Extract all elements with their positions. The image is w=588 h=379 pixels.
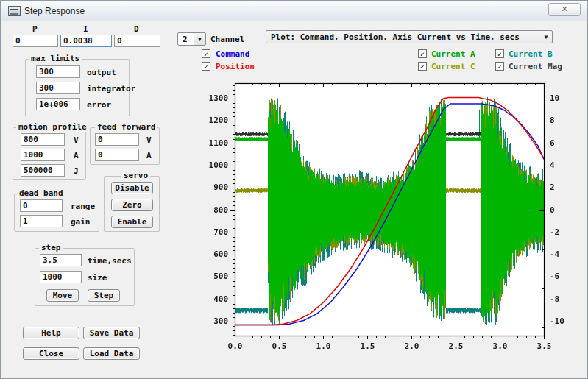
- current-mag-checkbox-label: Current Mag: [509, 62, 562, 71]
- window-title: Step Response: [24, 6, 85, 16]
- current-mag-checkbox[interactable]: ✓: [495, 62, 504, 71]
- velocity-field[interactable]: [21, 133, 65, 146]
- check-icon: ✓: [497, 50, 502, 58]
- error-limit-field[interactable]: [36, 98, 80, 110]
- i-label: I: [83, 24, 88, 34]
- current-b-checkbox-label: Current B: [509, 49, 553, 59]
- plot-type-value: Plot: Command, Position, Axis Current vs…: [271, 32, 520, 42]
- move-button[interactable]: Move: [46, 289, 79, 302]
- channel-label: Channel: [210, 35, 244, 44]
- current-c-checkbox[interactable]: ✓: [418, 62, 427, 71]
- step-button[interactable]: Step: [88, 289, 120, 302]
- servo-enable-button[interactable]: Enable: [111, 216, 153, 228]
- range-label: range: [71, 202, 95, 211]
- current-c-checkbox-label: Current C: [431, 62, 475, 71]
- d-field[interactable]: [114, 35, 160, 47]
- check-icon: ✓: [497, 63, 502, 71]
- check-icon: ✓: [204, 63, 208, 71]
- p-label: P: [32, 24, 38, 34]
- servo-title: servo: [121, 171, 150, 180]
- ff-accel-label: A: [146, 151, 152, 160]
- ff-accel-field[interactable]: [95, 149, 139, 161]
- output-limit-label: output: [87, 68, 116, 77]
- step-title: step: [39, 243, 63, 252]
- accel-field[interactable]: [21, 149, 65, 161]
- channel-value: 2: [183, 35, 188, 44]
- current-a-checkbox[interactable]: ✓: [418, 49, 427, 58]
- max-limits-title: max limits: [29, 54, 82, 63]
- p-field[interactable]: [13, 35, 58, 47]
- motion-profile-title: motion profile: [16, 122, 89, 132]
- chevron-down-icon: ▼: [198, 36, 202, 43]
- chevron-down-icon: ▼: [545, 34, 548, 40]
- step-response-chart: [207, 74, 575, 358]
- plot-type-select[interactable]: Plot: Command, Position, Axis Current vs…: [266, 30, 553, 43]
- close-dialog-button[interactable]: Close: [23, 347, 79, 360]
- step-response-window: Step Response ✕ P I D 2 ▼ Channel Plot: …: [0, 0, 588, 379]
- close-button[interactable]: ✕: [548, 3, 581, 16]
- integrator-limit-field[interactable]: [36, 82, 80, 94]
- gain-field[interactable]: [20, 215, 63, 227]
- accel-label: A: [74, 151, 79, 160]
- check-icon: ✓: [420, 63, 425, 71]
- command-checkbox-label: Command: [216, 49, 249, 59]
- error-limit-label: error: [87, 100, 111, 110]
- gain-label: gain: [71, 217, 91, 227]
- command-checkbox[interactable]: ✓: [202, 49, 210, 58]
- check-icon: ✓: [204, 50, 208, 58]
- position-checkbox-label: Position: [216, 62, 255, 71]
- jerk-field[interactable]: [21, 164, 65, 177]
- app-icon: [8, 6, 21, 16]
- feed-forward-title: feed forward: [95, 122, 157, 132]
- help-button[interactable]: Help: [23, 327, 79, 339]
- range-field[interactable]: [20, 199, 63, 212]
- close-icon: ✕: [561, 4, 567, 14]
- save-data-button[interactable]: Save Data: [83, 327, 140, 339]
- current-a-checkbox-label: Current A: [431, 49, 475, 59]
- integrator-limit-label: integrator: [87, 84, 135, 93]
- position-checkbox[interactable]: ✓: [202, 62, 210, 71]
- step-time-label: time,secs: [88, 256, 132, 266]
- dead-band-title: dead band: [17, 188, 65, 198]
- servo-disable-button[interactable]: Disable: [111, 182, 153, 194]
- current-b-checkbox[interactable]: ✓: [495, 49, 504, 58]
- step-size-field[interactable]: [40, 271, 82, 283]
- ff-velocity-field[interactable]: [95, 133, 139, 146]
- servo-zero-button[interactable]: Zero: [111, 199, 153, 211]
- jerk-label: J: [74, 166, 79, 176]
- load-data-button[interactable]: Load Data: [83, 347, 140, 360]
- velocity-label: V: [74, 135, 79, 145]
- i-field[interactable]: [60, 35, 112, 47]
- d-label: D: [134, 24, 139, 34]
- channel-select[interactable]: 2 ▼: [177, 32, 206, 46]
- output-limit-field[interactable]: [36, 65, 80, 78]
- titlebar: Step Response ✕: [1, 1, 587, 21]
- step-time-field[interactable]: [40, 254, 82, 266]
- step-size-label: size: [88, 273, 107, 283]
- ff-velocity-label: V: [146, 135, 152, 145]
- check-icon: ✓: [420, 50, 425, 58]
